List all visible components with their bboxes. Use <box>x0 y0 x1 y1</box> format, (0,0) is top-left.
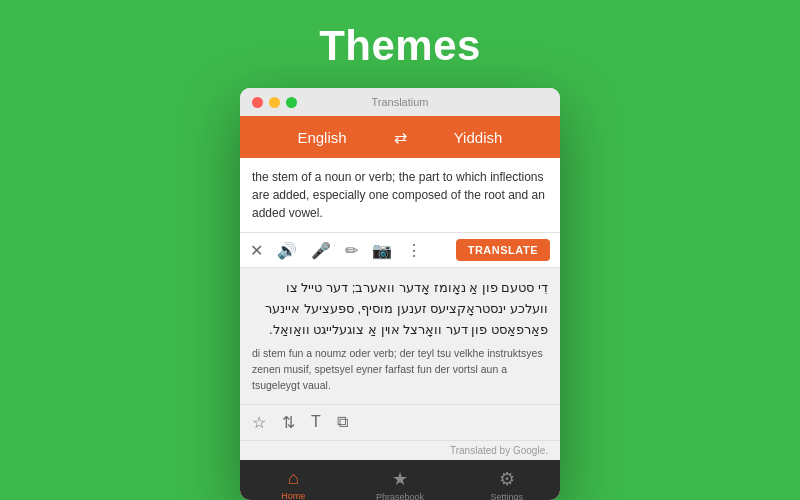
language-bar: English ⇄ Yiddish <box>240 116 560 158</box>
home-icon: ⌂ <box>288 468 299 489</box>
handwriting-icon[interactable]: ✏ <box>345 241 358 260</box>
bottom-navigation: ⌂ Home ★ Phrasebook ⚙ Settings <box>240 460 560 500</box>
font-size-icon[interactable]: T <box>311 413 321 431</box>
nav-item-phrasebook[interactable]: ★ Phrasebook <box>347 468 454 500</box>
title-bar: Translatium <box>240 88 560 116</box>
star-icon[interactable]: ☆ <box>252 413 266 432</box>
image-icon[interactable]: 📷 <box>372 241 392 260</box>
sound-icon[interactable]: 🔊 <box>277 241 297 260</box>
close-button[interactable] <box>252 97 263 108</box>
target-language[interactable]: Yiddish <box>412 129 544 146</box>
minimize-button[interactable] <box>269 97 280 108</box>
input-toolbar: ✕ 🔊 🎤 ✏ 📷 ⋮ TRANSLATE <box>240 233 560 268</box>
translation-romanized-text: di stem fun a noumz oder verb; der teyl … <box>252 346 548 393</box>
phrasebook-icon: ★ <box>392 468 408 490</box>
microphone-icon[interactable]: 🎤 <box>311 241 331 260</box>
source-text-area[interactable]: the stem of a noun or verb; the part to … <box>240 158 560 233</box>
traffic-lights <box>252 97 297 108</box>
source-text-content: the stem of a noun or verb; the part to … <box>252 170 545 220</box>
compare-icon[interactable]: ⇅ <box>282 413 295 432</box>
nav-item-home[interactable]: ⌂ Home <box>240 468 347 500</box>
translation-area: דִי סטעם פון אַ נאָומז אָדער וואערב; דער… <box>240 268 560 405</box>
swap-languages-button[interactable]: ⇄ <box>388 128 412 147</box>
close-icon[interactable]: ✕ <box>250 241 263 260</box>
copy-icon[interactable]: ⧉ <box>337 413 348 431</box>
attribution-bar: Translated by Google. <box>240 441 560 460</box>
app-name: Translatium <box>371 96 428 108</box>
page-title: Themes <box>319 22 481 70</box>
nav-label-settings: Settings <box>490 492 523 500</box>
nav-label-home: Home <box>281 491 305 500</box>
source-language[interactable]: English <box>256 129 388 146</box>
attribution-text: Translated by Google. <box>450 445 548 456</box>
nav-item-settings[interactable]: ⚙ Settings <box>453 468 560 500</box>
settings-icon: ⚙ <box>499 468 515 490</box>
action-bar: ☆ ⇅ T ⧉ <box>240 405 560 441</box>
nav-label-phrasebook: Phrasebook <box>376 492 424 500</box>
translate-button[interactable]: TRANSLATE <box>456 239 550 261</box>
translation-main-text: דִי סטעם פון אַ נאָומז אָדער וואערב; דער… <box>252 278 548 340</box>
app-window: Translatium English ⇄ Yiddish the stem o… <box>240 88 560 500</box>
maximize-button[interactable] <box>286 97 297 108</box>
more-options-icon[interactable]: ⋮ <box>406 241 422 260</box>
